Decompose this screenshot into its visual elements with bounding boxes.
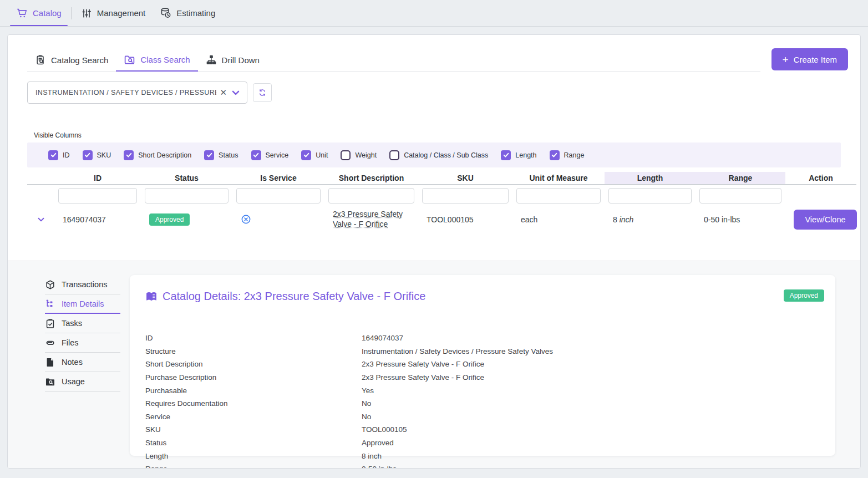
list-tree-icon <box>45 298 55 309</box>
field-value: Yes <box>362 387 824 395</box>
header-sku: SKU <box>418 172 512 184</box>
filter-sku-input[interactable] <box>422 188 509 204</box>
filter-status-input[interactable] <box>145 188 229 204</box>
field-row-status: Status Approved <box>145 436 824 450</box>
checkbox-checked-icon[interactable] <box>550 150 560 160</box>
view-clone-button[interactable]: View/Clone <box>794 210 857 230</box>
cell-status: Approved <box>141 213 232 226</box>
filter-range-input[interactable] <box>699 188 781 204</box>
checkbox-label: Service <box>266 151 289 159</box>
field-row-structure: Structure Instrumentation / Safety Devic… <box>145 345 824 358</box>
filter-short-description-input[interactable] <box>328 188 414 204</box>
menu-item-usage[interactable]: Usage <box>45 372 120 391</box>
short-description-link[interactable]: 2x3 Pressure Safety Valve - F Orifice <box>333 210 403 228</box>
row-expand-chevron-icon[interactable] <box>27 215 54 225</box>
class-select[interactable]: INSTRUMENTATION / SAFETY DEVICES / PRESS… <box>27 82 247 104</box>
field-value: No <box>362 399 824 408</box>
checkbox-checked-icon[interactable] <box>501 150 511 160</box>
checkbox-label: Status <box>219 151 238 159</box>
field-row-sku: SKU TOOL000105 <box>145 423 824 436</box>
detail-fields: ID 1649074037 Structure Instrumentation … <box>145 332 824 469</box>
column-toggle-range[interactable]: Range <box>550 150 585 160</box>
column-toggle-service[interactable]: Service <box>251 150 289 160</box>
header-id: ID <box>54 172 141 184</box>
expanded-detail-section: Transactions Item Details <box>8 261 860 468</box>
column-toggle-short-description[interactable]: Short Description <box>124 150 191 160</box>
results-table: ID Status Is Service Short Description S… <box>27 172 856 233</box>
checkbox-checked-icon[interactable] <box>301 150 311 160</box>
tab-label: Drill Down <box>222 55 260 65</box>
field-row-requires-documentation: Requires Documentation No <box>145 397 824 410</box>
field-value: 2x3 Pressure Safety Valve - F Orifice <box>362 373 824 382</box>
filter-id-input[interactable] <box>58 188 137 204</box>
field-row-short-description: Short Description 2x3 Pressure Safety Va… <box>145 358 824 371</box>
checkbox-label: ID <box>63 151 70 159</box>
nav-tab-estimating[interactable]: Estimating <box>153 0 222 26</box>
checkbox-checked-icon[interactable] <box>251 150 261 160</box>
menu-item-transactions[interactable]: Transactions <box>45 275 120 294</box>
menu-item-files[interactable]: Files <box>45 333 120 353</box>
menu-item-notes[interactable]: Notes <box>45 353 120 372</box>
field-label: Range <box>145 465 362 469</box>
checkbox-checked-icon[interactable] <box>204 150 214 160</box>
column-toggle-id[interactable]: ID <box>48 150 70 160</box>
plus-icon: + <box>783 54 789 65</box>
checkbox-checked-icon[interactable] <box>48 150 58 160</box>
field-label: Structure <box>145 347 362 355</box>
filter-is-service-input[interactable] <box>236 188 321 204</box>
column-toggle-length[interactable]: Length <box>501 150 536 160</box>
field-row-length: Length 8 inch <box>145 449 824 462</box>
field-value: 0-50 in-lbs <box>362 465 824 469</box>
column-toggle-unit[interactable]: Unit <box>301 150 328 160</box>
column-toggle-catalog-class-subclass[interactable]: Catalog / Class / Sub Class <box>389 150 488 160</box>
field-value: 2x3 Pressure Safety Valve - F Orifice <box>362 360 824 368</box>
field-value: 8 inch <box>362 452 824 460</box>
header-length: Length <box>605 172 696 184</box>
column-toggle-status[interactable]: Status <box>204 150 238 160</box>
tab-drill-down[interactable]: Drill Down <box>198 48 267 72</box>
field-label: Purchasable <box>145 387 362 395</box>
nav-tab-catalog[interactable]: Catalog <box>9 0 69 26</box>
cell-is-service <box>232 214 324 225</box>
clipboard-search-icon <box>35 54 46 65</box>
clipboard-check-icon <box>45 318 55 329</box>
refresh-button[interactable] <box>253 83 272 102</box>
checkbox-unchecked-icon[interactable] <box>389 150 399 160</box>
chevron-down-icon[interactable] <box>230 87 241 98</box>
tab-label: Class Search <box>140 55 190 64</box>
column-toggle-weight[interactable]: Weight <box>341 150 377 160</box>
menu-item-tasks[interactable]: Tasks <box>45 314 120 333</box>
column-toggle-sku[interactable]: SKU <box>83 150 111 160</box>
filter-unit-of-measure-input[interactable] <box>516 188 601 204</box>
checkbox-unchecked-icon[interactable] <box>341 150 351 160</box>
package-icon <box>45 279 55 290</box>
cell-length: 8 inch <box>605 215 696 224</box>
header-range: Range <box>696 172 785 184</box>
cell-action: View/Clone <box>785 210 856 230</box>
menu-item-item-details[interactable]: Item Details <box>45 294 120 314</box>
search-tabs: Catalog Search Class Search <box>27 48 760 72</box>
header-unit-of-measure: Unit of Measure <box>512 172 605 184</box>
create-item-button[interactable]: + Create Item <box>771 48 848 70</box>
clear-selection-icon[interactable]: ✕ <box>216 88 230 98</box>
menu-item-label: Item Details <box>62 299 104 308</box>
menu-item-label: Notes <box>62 358 83 367</box>
field-label: SKU <box>145 425 362 434</box>
filter-length-input[interactable] <box>608 188 692 204</box>
checkbox-checked-icon[interactable] <box>124 150 134 160</box>
header-status: Status <box>141 172 232 184</box>
tab-catalog-search[interactable]: Catalog Search <box>27 48 116 72</box>
checkbox-checked-icon[interactable] <box>83 150 93 160</box>
create-item-label: Create Item <box>794 55 837 64</box>
tab-class-search[interactable]: Class Search <box>116 48 197 72</box>
nav-tab-management[interactable]: Management <box>74 0 153 26</box>
nav-tab-label: Estimating <box>176 8 215 18</box>
folder-search-icon <box>124 54 135 65</box>
database-clock-icon <box>160 7 171 19</box>
checkbox-label: Length <box>515 151 536 159</box>
main-panel: Catalog Search Class Search <box>7 34 861 469</box>
catalog-details-card: Catalog Details: 2x3 Pressure Safety Val… <box>130 275 835 456</box>
menu-item-label: Transactions <box>62 280 107 289</box>
field-row-purchase-description: Purchase Description 2x3 Pressure Safety… <box>145 371 824 384</box>
refresh-icon <box>258 88 267 97</box>
